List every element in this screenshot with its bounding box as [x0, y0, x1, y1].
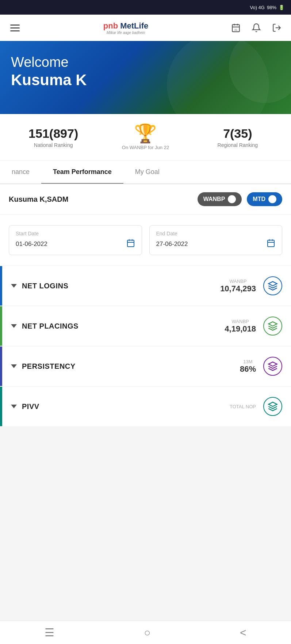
status-bar: Vo) 4G 98% 🔋 — [0, 0, 291, 15]
start-calendar-icon — [126, 239, 135, 250]
notification-icon[interactable] — [249, 21, 263, 35]
signal-info: Vo) 4G 98% 🔋 — [250, 5, 285, 10]
national-ranking-label: National Ranking — [34, 142, 73, 148]
hamburger-menu-icon[interactable] — [7, 22, 23, 34]
bottom-nav-menu[interactable]: ☰ — [37, 622, 62, 643]
pivv-card: PIVV TOTAL NOP — [0, 387, 291, 426]
pivv-right: TOTAL NOP — [230, 397, 282, 416]
wanbp-label: WANBP — [203, 196, 225, 202]
tabs-container: nance Team Performance My Goal — [0, 161, 291, 184]
net-logins-chevron[interactable] — [11, 284, 17, 288]
persistency-card: PERSISTENCY 13M 86% — [0, 346, 291, 386]
mtd-toggle-circle — [268, 195, 276, 203]
start-date-label: Start Date — [16, 231, 135, 236]
logo: pnb MetLife Milkar life aage badhein — [103, 21, 148, 35]
battery-text: 98% — [267, 5, 276, 10]
bottom-nav-back[interactable]: < — [233, 623, 254, 643]
trophy-center: 🏆 On WANBP for Jun 22 — [99, 124, 191, 150]
net-logins-title: NET LOGINS — [22, 282, 68, 290]
mtd-label: MTD — [253, 196, 265, 202]
toggle-group: WANBP MTD — [198, 192, 282, 206]
logo-text: pnb MetLife — [103, 21, 148, 31]
net-placings-icon-btn[interactable] — [263, 317, 282, 336]
calendar-icon[interactable]: 31 — [229, 21, 243, 35]
ranking-section: 151(897) National Ranking 🏆 On WANBP for… — [0, 114, 291, 161]
net-placings-chevron[interactable] — [11, 324, 17, 328]
net-placings-value: 4,19,018 — [225, 324, 256, 334]
end-date-field[interactable]: End Date 27-06-2022 — [149, 225, 283, 255]
net-placings-title: NET PLACINGS — [22, 322, 79, 330]
pivv-sub-label: TOTAL NOP — [230, 404, 256, 409]
pivv-left: PIVV — [11, 402, 39, 411]
persistency-right: 13M 86% — [240, 357, 282, 376]
net-placings-left: NET PLACINGS — [11, 322, 79, 330]
wanbp-toggle[interactable]: WANBP — [198, 192, 242, 206]
svg-marker-16 — [268, 362, 277, 366]
persistency-left: PERSISTENCY — [11, 362, 76, 371]
content-area: Kusuma K,SADM WANBP MTD Start Date 01-06… — [0, 184, 291, 456]
national-ranking: 151(897) National Ranking — [7, 126, 99, 148]
bottom-nav-home[interactable]: ○ — [137, 623, 158, 643]
net-placings-card: NET PLACINGS WANBP 4,19,018 — [0, 306, 291, 346]
net-placings-value-block: WANBP 4,19,018 — [225, 319, 256, 334]
national-ranking-number: 151(897) — [28, 126, 78, 141]
user-name-label: Kusuma K,SADM — [9, 195, 68, 204]
end-date-value: 27-06-2022 — [156, 240, 188, 248]
persistency-value: 86% — [240, 364, 256, 374]
header-icons: 31 — [229, 21, 284, 35]
app-header: pnb MetLife Milkar life aage badhein 31 — [0, 15, 291, 41]
net-logins-value-block: WANBP 10,74,293 — [220, 279, 256, 293]
welcome-banner: Welcome Kusuma K — [0, 41, 291, 114]
trophy-icon: 🏆 — [134, 124, 157, 143]
net-logins-icon-btn[interactable] — [263, 276, 282, 295]
end-calendar-icon — [267, 239, 275, 250]
svg-marker-15 — [268, 322, 277, 326]
svg-rect-6 — [127, 240, 134, 247]
user-row: Kusuma K,SADM WANBP MTD — [0, 184, 291, 214]
net-placings-sub-label: WANBP — [225, 319, 256, 324]
battery-icon: 🔋 — [279, 5, 284, 10]
pivv-chevron[interactable] — [11, 405, 17, 408]
welcome-name: Kusuma K — [11, 71, 280, 89]
net-logins-card: NET LOGINS WANBP 10,74,293 — [0, 266, 291, 306]
persistency-sub-label: 13M — [240, 359, 256, 364]
regional-ranking-label: Regional Ranking — [218, 142, 258, 148]
end-date-value-row: 27-06-2022 — [156, 239, 276, 250]
ranking-banner-label: On WANBP for Jun 22 — [122, 145, 169, 150]
tab-performance[interactable]: nance — [0, 161, 41, 184]
end-date-label: End Date — [156, 231, 276, 236]
svg-rect-10 — [268, 240, 274, 247]
pivv-title: PIVV — [22, 402, 39, 411]
svg-marker-17 — [268, 402, 277, 406]
persistency-title: PERSISTENCY — [22, 362, 76, 371]
persistency-icon-btn[interactable] — [263, 357, 282, 376]
persistency-chevron[interactable] — [11, 364, 17, 368]
net-logins-sub-label: WANBP — [220, 279, 256, 284]
bottom-spacer — [0, 427, 291, 456]
svg-marker-14 — [268, 281, 277, 286]
net-placings-right: WANBP 4,19,018 — [225, 317, 282, 336]
persistency-value-block: 13M 86% — [240, 359, 256, 374]
svg-text:31: 31 — [234, 28, 237, 31]
regional-ranking-number: 7(35) — [223, 126, 252, 141]
regional-ranking: 7(35) Regional Ranking — [192, 126, 284, 148]
start-date-field[interactable]: Start Date 01-06-2022 — [9, 225, 142, 255]
net-logins-right: WANBP 10,74,293 — [220, 276, 282, 295]
net-logins-left: NET LOGINS — [11, 282, 68, 290]
pivv-value-block: TOTAL NOP — [230, 404, 256, 409]
bottom-nav: ☰ ○ < — [0, 621, 291, 644]
net-logins-value: 10,74,293 — [220, 284, 256, 293]
tab-my-goals[interactable]: My Goal — [123, 161, 171, 184]
start-date-value: 01-06-2022 — [16, 240, 47, 248]
tab-team-performance[interactable]: Team Performance — [41, 161, 123, 184]
date-fields: Start Date 01-06-2022 End Date 27-06-202… — [0, 215, 291, 265]
mtd-toggle[interactable]: MTD — [247, 192, 282, 206]
carrier-text: Vo) 4G — [250, 5, 265, 10]
logo-subtitle: Milkar life aage badhein — [107, 31, 145, 35]
logout-icon[interactable] — [270, 21, 284, 35]
welcome-greeting: Welcome — [11, 54, 280, 71]
wanbp-toggle-circle — [228, 195, 236, 203]
start-date-value-row: 01-06-2022 — [16, 239, 135, 250]
pivv-icon-btn[interactable] — [263, 397, 282, 416]
